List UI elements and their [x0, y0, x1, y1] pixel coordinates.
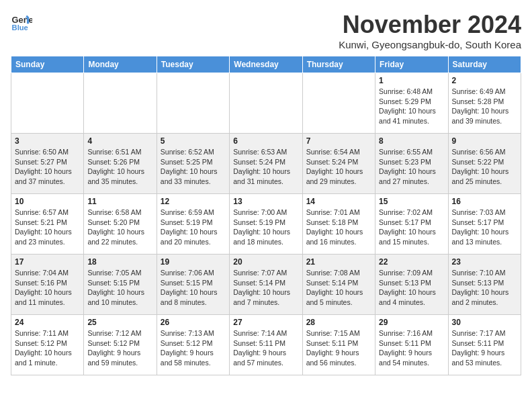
calendar-cell: 11Sunrise: 6:58 AMSunset: 5:20 PMDayligh…: [84, 194, 157, 255]
day-info: Sunrise: 6:58 AMSunset: 5:20 PMDaylight:…: [87, 208, 152, 247]
day-info: Sunrise: 6:57 AMSunset: 5:21 PMDaylight:…: [15, 208, 80, 247]
calendar-cell: [302, 73, 375, 134]
day-number: 5: [161, 136, 226, 146]
day-number: 1: [379, 76, 444, 85]
logo: General Blue: [11, 11, 32, 32]
day-number: 7: [306, 136, 371, 146]
day-info: Sunrise: 7:17 AMSunset: 5:11 PMDaylight:…: [452, 328, 517, 368]
day-header-wednesday: Wednesday: [230, 56, 302, 73]
day-header-sunday: Sunday: [11, 56, 84, 73]
calendar-cell: 18Sunrise: 7:05 AMSunset: 5:15 PMDayligh…: [84, 255, 157, 315]
calendar-header-row: SundayMondayTuesdayWednesdayThursdayFrid…: [11, 56, 521, 73]
day-info: Sunrise: 7:09 AMSunset: 5:13 PMDaylight:…: [379, 268, 444, 308]
calendar-cell: 22Sunrise: 7:09 AMSunset: 5:13 PMDayligh…: [375, 255, 448, 315]
calendar-cell: 19Sunrise: 7:06 AMSunset: 5:15 PMDayligh…: [157, 255, 229, 315]
day-info: Sunrise: 6:59 AMSunset: 5:19 PMDaylight:…: [161, 208, 226, 247]
day-number: 12: [161, 197, 226, 206]
day-info: Sunrise: 7:00 AMSunset: 5:19 PMDaylight:…: [233, 208, 298, 247]
day-info: Sunrise: 7:02 AMSunset: 5:17 PMDaylight:…: [379, 208, 444, 247]
calendar-cell: 29Sunrise: 7:16 AMSunset: 5:11 PMDayligh…: [375, 315, 448, 375]
day-number: 16: [452, 197, 517, 206]
day-number: 4: [87, 136, 152, 146]
day-number: 18: [87, 257, 152, 267]
day-number: 8: [379, 136, 444, 146]
day-info: Sunrise: 6:52 AMSunset: 5:25 PMDaylight:…: [161, 147, 226, 187]
day-info: Sunrise: 7:14 AMSunset: 5:11 PMDaylight:…: [233, 328, 298, 368]
day-header-monday: Monday: [84, 56, 157, 73]
calendar-cell: 12Sunrise: 6:59 AMSunset: 5:19 PMDayligh…: [157, 194, 229, 255]
calendar-cell: 26Sunrise: 7:13 AMSunset: 5:12 PMDayligh…: [157, 315, 229, 375]
day-number: 9: [452, 136, 517, 146]
calendar-cell: 15Sunrise: 7:02 AMSunset: 5:17 PMDayligh…: [375, 194, 448, 255]
calendar-cell: [84, 73, 157, 134]
calendar-cell: 24Sunrise: 7:11 AMSunset: 5:12 PMDayligh…: [11, 315, 84, 375]
calendar-cell: 7Sunrise: 6:54 AMSunset: 5:24 PMDaylight…: [302, 134, 375, 194]
calendar-week-row: 24Sunrise: 7:11 AMSunset: 5:12 PMDayligh…: [11, 315, 521, 375]
day-number: 14: [306, 197, 371, 206]
day-info: Sunrise: 6:54 AMSunset: 5:24 PMDaylight:…: [306, 147, 371, 187]
day-info: Sunrise: 7:07 AMSunset: 5:14 PMDaylight:…: [233, 268, 298, 308]
calendar-cell: 25Sunrise: 7:12 AMSunset: 5:12 PMDayligh…: [84, 315, 157, 375]
calendar-cell: 13Sunrise: 7:00 AMSunset: 5:19 PMDayligh…: [230, 194, 302, 255]
title-block: November 2024 Kunwi, Gyeongsangbuk-do, S…: [339, 11, 521, 50]
day-info: Sunrise: 7:15 AMSunset: 5:11 PMDaylight:…: [306, 328, 371, 368]
calendar-cell: 2Sunrise: 6:49 AMSunset: 5:28 PMDaylight…: [448, 73, 521, 134]
day-number: 30: [452, 318, 517, 327]
day-number: 28: [306, 318, 371, 327]
day-header-saturday: Saturday: [448, 56, 521, 73]
svg-text:Blue: Blue: [12, 24, 28, 32]
calendar-week-row: 10Sunrise: 6:57 AMSunset: 5:21 PMDayligh…: [11, 194, 521, 255]
month-title: November 2024: [339, 11, 521, 39]
calendar-week-row: 1Sunrise: 6:48 AMSunset: 5:29 PMDaylight…: [11, 73, 521, 134]
day-info: Sunrise: 6:50 AMSunset: 5:27 PMDaylight:…: [15, 147, 80, 187]
day-header-thursday: Thursday: [302, 56, 375, 73]
day-info: Sunrise: 7:16 AMSunset: 5:11 PMDaylight:…: [379, 328, 444, 368]
logo-icon: General Blue: [11, 11, 32, 32]
calendar-cell: 30Sunrise: 7:17 AMSunset: 5:11 PMDayligh…: [448, 315, 521, 375]
calendar-cell: 5Sunrise: 6:52 AMSunset: 5:25 PMDaylight…: [157, 134, 229, 194]
calendar-cell: 4Sunrise: 6:51 AMSunset: 5:26 PMDaylight…: [84, 134, 157, 194]
day-number: 17: [15, 257, 80, 267]
page-header: General Blue November 2024 Kunwi, Gyeong…: [11, 11, 521, 50]
day-number: 6: [233, 136, 298, 146]
day-number: 21: [306, 257, 371, 267]
day-number: 22: [379, 257, 444, 267]
day-number: 20: [233, 257, 298, 267]
day-info: Sunrise: 7:13 AMSunset: 5:12 PMDaylight:…: [161, 328, 226, 368]
day-info: Sunrise: 6:53 AMSunset: 5:24 PMDaylight:…: [233, 147, 298, 187]
day-number: 23: [452, 257, 517, 267]
day-info: Sunrise: 7:12 AMSunset: 5:12 PMDaylight:…: [87, 328, 152, 368]
day-number: 25: [87, 318, 152, 327]
calendar-cell: [11, 73, 84, 134]
calendar-cell: 3Sunrise: 6:50 AMSunset: 5:27 PMDaylight…: [11, 134, 84, 194]
day-number: 29: [379, 318, 444, 327]
day-number: 10: [15, 197, 80, 206]
calendar-cell: 16Sunrise: 7:03 AMSunset: 5:17 PMDayligh…: [448, 194, 521, 255]
calendar-cell: 28Sunrise: 7:15 AMSunset: 5:11 PMDayligh…: [302, 315, 375, 375]
day-info: Sunrise: 7:11 AMSunset: 5:12 PMDaylight:…: [15, 328, 80, 368]
day-header-tuesday: Tuesday: [157, 56, 229, 73]
day-number: 13: [233, 197, 298, 206]
calendar-cell: 14Sunrise: 7:01 AMSunset: 5:18 PMDayligh…: [302, 194, 375, 255]
day-info: Sunrise: 6:51 AMSunset: 5:26 PMDaylight:…: [87, 147, 152, 187]
day-info: Sunrise: 7:03 AMSunset: 5:17 PMDaylight:…: [452, 208, 517, 247]
day-header-friday: Friday: [375, 56, 448, 73]
calendar-cell: 1Sunrise: 6:48 AMSunset: 5:29 PMDaylight…: [375, 73, 448, 134]
day-info: Sunrise: 7:10 AMSunset: 5:13 PMDaylight:…: [452, 268, 517, 308]
calendar-cell: 10Sunrise: 6:57 AMSunset: 5:21 PMDayligh…: [11, 194, 84, 255]
calendar-cell: [230, 73, 302, 134]
day-info: Sunrise: 6:55 AMSunset: 5:23 PMDaylight:…: [379, 147, 444, 187]
day-info: Sunrise: 7:04 AMSunset: 5:16 PMDaylight:…: [15, 268, 80, 308]
calendar-cell: 17Sunrise: 7:04 AMSunset: 5:16 PMDayligh…: [11, 255, 84, 315]
calendar-week-row: 3Sunrise: 6:50 AMSunset: 5:27 PMDaylight…: [11, 134, 521, 194]
calendar-cell: [157, 73, 229, 134]
calendar-week-row: 17Sunrise: 7:04 AMSunset: 5:16 PMDayligh…: [11, 255, 521, 315]
calendar-cell: 27Sunrise: 7:14 AMSunset: 5:11 PMDayligh…: [230, 315, 302, 375]
day-number: 3: [15, 136, 80, 146]
calendar-cell: 20Sunrise: 7:07 AMSunset: 5:14 PMDayligh…: [230, 255, 302, 315]
day-number: 2: [452, 76, 517, 85]
calendar-cell: 23Sunrise: 7:10 AMSunset: 5:13 PMDayligh…: [448, 255, 521, 315]
day-info: Sunrise: 7:01 AMSunset: 5:18 PMDaylight:…: [306, 208, 371, 247]
day-info: Sunrise: 7:08 AMSunset: 5:14 PMDaylight:…: [306, 268, 371, 308]
calendar-cell: 9Sunrise: 6:56 AMSunset: 5:22 PMDaylight…: [448, 134, 521, 194]
